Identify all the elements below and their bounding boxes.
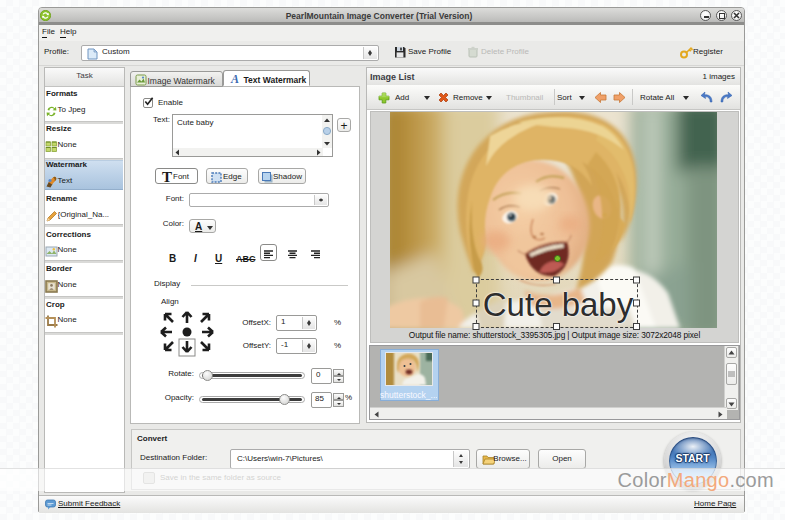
svg-text:A: A	[230, 73, 239, 85]
